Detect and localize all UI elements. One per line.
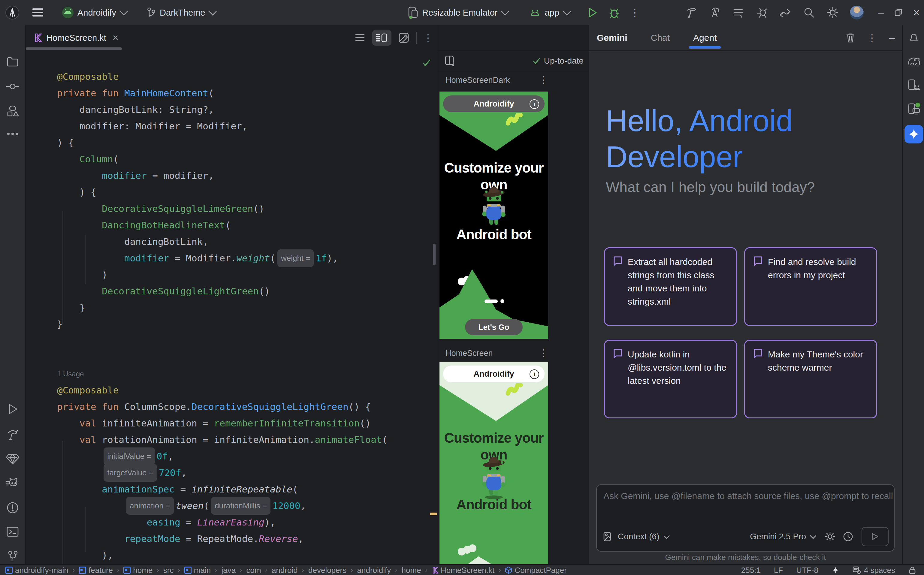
suggestion-card[interactable]: Find and resolve build errors in my proj… bbox=[744, 247, 877, 326]
view-split-icon[interactable] bbox=[372, 30, 391, 46]
editor-kebab-icon[interactable]: ⋮ bbox=[423, 32, 433, 43]
search-icon[interactable] bbox=[802, 6, 816, 19]
code-content[interactable]: @Composableprivate fun MainHomeContent( … bbox=[57, 68, 388, 564]
breadcrumb-separator: › bbox=[240, 566, 242, 574]
context-label[interactable]: Context (6) bbox=[618, 532, 660, 542]
hide-panel-icon[interactable]: – bbox=[889, 32, 895, 44]
breadcrumb-item[interactable]: main bbox=[184, 566, 211, 575]
editor-scrollbar-thumb[interactable] bbox=[433, 244, 436, 265]
build-tool-icon[interactable] bbox=[6, 428, 19, 441]
run-button[interactable] bbox=[587, 6, 599, 19]
run-tool-icon[interactable] bbox=[6, 403, 19, 415]
preview-name-light[interactable]: HomeScreen bbox=[445, 349, 493, 358]
profiler-cat-icon[interactable] bbox=[6, 477, 19, 490]
gemini-sidebar-button[interactable] bbox=[905, 125, 923, 143]
gemini-input-placeholder: Ask Gemini, use @filename to attach sour… bbox=[603, 491, 893, 501]
breadcrumb-item[interactable]: src bbox=[163, 566, 174, 575]
preview-homescreendark[interactable]: Androidify i Customize your own Android … bbox=[439, 92, 548, 339]
running-devices-icon[interactable] bbox=[907, 102, 921, 116]
notifications-bell-icon[interactable] bbox=[907, 30, 921, 44]
view-design-only-icon[interactable] bbox=[398, 32, 409, 43]
lets-go-button[interactable]: Let's Go bbox=[465, 319, 523, 335]
tab-close-icon[interactable]: ✕ bbox=[112, 33, 119, 43]
more-tools-icon[interactable] bbox=[6, 131, 19, 137]
run-config-selector[interactable]: app bbox=[529, 8, 569, 18]
preview-layout-icon[interactable] bbox=[444, 55, 455, 67]
emulator-device-icon bbox=[408, 6, 418, 19]
delete-conversation-icon[interactable] bbox=[846, 32, 855, 43]
preview-kebab-icon[interactable]: ⋮ bbox=[539, 348, 548, 358]
send-button[interactable] bbox=[862, 527, 889, 546]
sparkle-icon[interactable] bbox=[832, 566, 839, 574]
breadcrumb-item[interactable]: com bbox=[246, 566, 261, 575]
window-minimize-button[interactable]: – bbox=[878, 8, 884, 18]
code-line: ), bbox=[57, 547, 388, 564]
suggestion-card[interactable]: Extract all hardcoded strings from this … bbox=[604, 247, 737, 326]
code-editor[interactable]: HomeScreen.kt ✕ ⋮ @Compo bbox=[26, 25, 438, 564]
breadcrumb-separator: › bbox=[499, 566, 501, 574]
breadcrumb-item[interactable]: feature bbox=[79, 566, 113, 575]
app-logo-icon[interactable] bbox=[5, 6, 19, 19]
gemini-input-box[interactable]: Ask Gemini, use @filename to attach sour… bbox=[596, 484, 895, 551]
project-selector[interactable]: Androidify bbox=[62, 6, 127, 19]
breadcrumb-item[interactable]: androidify bbox=[357, 566, 391, 575]
preview-name-dark[interactable]: HomeScreenDark bbox=[445, 76, 510, 85]
preview-kebab-icon[interactable]: ⋮ bbox=[539, 75, 548, 85]
device-manager-icon[interactable] bbox=[907, 79, 921, 92]
code-line: } bbox=[57, 300, 388, 316]
breadcrumb-item[interactable]: home bbox=[402, 566, 421, 575]
suggestion-card[interactable]: Make my Theme's color scheme warmer bbox=[744, 340, 877, 418]
resource-manager-icon[interactable] bbox=[6, 105, 19, 118]
info-icon[interactable]: i bbox=[530, 99, 539, 109]
tab-chat[interactable]: Chat bbox=[651, 25, 670, 51]
problems-tool-icon[interactable] bbox=[6, 501, 19, 515]
caret-position[interactable]: 255:1 bbox=[741, 566, 761, 575]
breadcrumb-item[interactable]: androidify-main bbox=[5, 566, 68, 575]
gradle-elephant-icon[interactable] bbox=[907, 55, 921, 67]
todo-list-icon[interactable] bbox=[732, 6, 745, 19]
gemini-kebab-icon[interactable]: ⋮ bbox=[867, 32, 877, 43]
ai-refactor-icon[interactable] bbox=[708, 6, 721, 19]
version-control-tool-icon[interactable] bbox=[6, 550, 19, 563]
readonly-lock-icon[interactable] bbox=[908, 566, 916, 574]
info-icon[interactable]: i bbox=[530, 369, 539, 379]
window-close-button[interactable]: × bbox=[913, 8, 920, 18]
lime-squiggle bbox=[506, 383, 523, 400]
more-actions-kebab-icon[interactable]: ⋮ bbox=[630, 6, 640, 19]
gemini-settings-icon[interactable] bbox=[824, 531, 836, 542]
device-selector[interactable]: Resizable Emulator bbox=[408, 6, 508, 19]
hamburger-menu-icon[interactable] bbox=[32, 8, 44, 17]
breadcrumb-item[interactable]: HomeScreen.kt bbox=[432, 566, 495, 575]
model-label[interactable]: Gemini 2.5 Pro bbox=[750, 532, 806, 542]
tab-homescreen-kt[interactable]: HomeScreen.kt ✕ bbox=[26, 25, 127, 51]
pull-request-icon[interactable] bbox=[778, 6, 792, 19]
debug-button[interactable] bbox=[608, 6, 621, 19]
branch-selector[interactable]: DarkTheme bbox=[146, 6, 216, 19]
preview-homescreen[interactable]: Androidify i Customize your own Android … bbox=[439, 362, 548, 564]
line-separator[interactable]: LF bbox=[774, 566, 783, 575]
breadcrumb-item[interactable]: android bbox=[272, 566, 298, 575]
commit-tool-icon[interactable] bbox=[6, 81, 19, 92]
breadcrumb-item[interactable]: developers bbox=[308, 566, 347, 575]
suggestion-card[interactable]: Update kotlin in @libs.version.toml to t… bbox=[604, 340, 737, 418]
window-restore-button[interactable] bbox=[894, 8, 903, 17]
history-clock-icon[interactable] bbox=[842, 531, 854, 542]
settings-gear-icon[interactable] bbox=[826, 6, 840, 19]
view-code-only-icon[interactable] bbox=[355, 33, 366, 43]
breadcrumb-item[interactable]: CompactPager bbox=[505, 566, 566, 575]
code-line: animationSpec = infiniteRepeatable( bbox=[57, 481, 388, 497]
tab-agent[interactable]: Agent bbox=[693, 25, 717, 51]
build-hammer-icon[interactable] bbox=[685, 6, 698, 19]
app-insights-diamond-icon[interactable] bbox=[6, 453, 19, 465]
file-encoding[interactable]: UTF-8 bbox=[796, 566, 818, 575]
profiler-bug-icon[interactable] bbox=[755, 6, 768, 19]
breadcrumb-item[interactable]: java bbox=[221, 566, 235, 575]
indent-config[interactable]: 4 spaces bbox=[852, 566, 895, 575]
gemini-header: Gemini Chat Agent ⋮ – bbox=[589, 25, 902, 51]
attach-context-icon[interactable] bbox=[603, 531, 613, 542]
user-avatar[interactable] bbox=[850, 6, 864, 19]
terminal-tool-icon[interactable] bbox=[6, 526, 19, 538]
breadcrumb-item[interactable]: home bbox=[123, 566, 153, 575]
project-tool-icon[interactable] bbox=[6, 56, 19, 67]
inspections-ok-check-icon[interactable] bbox=[421, 58, 432, 68]
